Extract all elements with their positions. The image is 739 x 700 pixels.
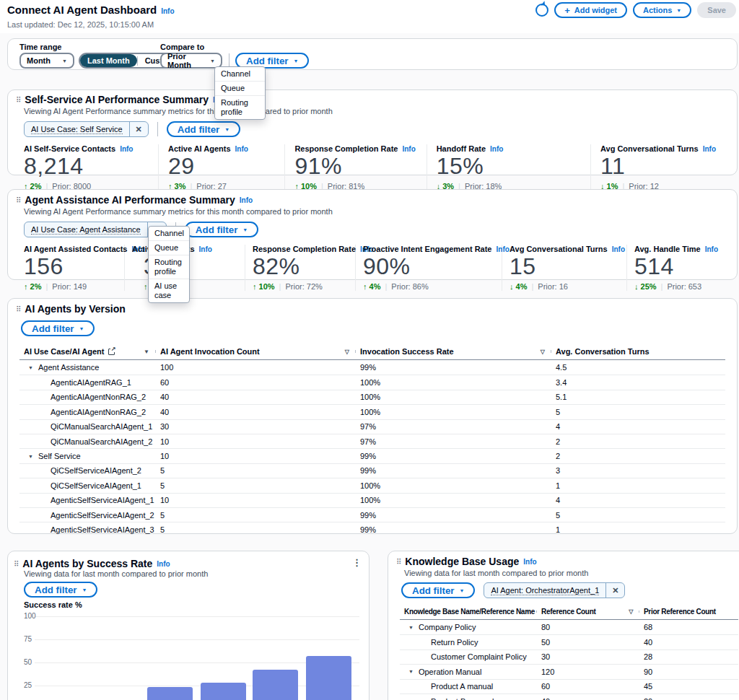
divider: | xyxy=(531,282,533,291)
menu-item-queue[interactable]: Queue xyxy=(149,240,189,255)
page-header: Connect AI Agent DashboardInfo Last upda… xyxy=(0,0,739,33)
actions-button[interactable]: Actions▼ xyxy=(633,2,691,18)
column-header-label: Knowledge Base Name/Reference Name xyxy=(404,608,535,616)
table-row: AgenticAIAgentRAG_160100%3.4 xyxy=(19,375,725,389)
metric-info-link[interactable]: Info xyxy=(490,145,503,153)
table-header-row: AI Use Case/AI Agent▼AI Agent Invocation… xyxy=(19,344,725,360)
section-info-link[interactable]: Info xyxy=(157,560,170,568)
filter-icon[interactable]: ▼ xyxy=(144,349,149,355)
row-name-text: AgenticSelfServiceAIAgent_1 xyxy=(51,496,154,504)
metric-info-link[interactable]: Info xyxy=(402,145,415,153)
metric-value: 29 xyxy=(168,154,284,178)
remove-filter-icon[interactable]: ✕ xyxy=(605,583,624,598)
column-header-3[interactable]: Prior Reference Count xyxy=(639,608,738,616)
y-axis-tick-label: 100 xyxy=(24,612,43,620)
filter-icon[interactable]: ▽ xyxy=(345,349,349,355)
metric-info-link[interactable]: Info xyxy=(497,245,510,253)
add-widget-button[interactable]: +Add widget xyxy=(554,2,627,18)
metric-value: 15 xyxy=(510,254,626,279)
prior-value: Prior: 653 xyxy=(667,282,701,291)
row-name: Product A manual xyxy=(404,682,537,691)
table-row: ▼Self Service1099%2 xyxy=(19,448,725,463)
column-header-4[interactable]: Avg. Conversation Turns xyxy=(551,347,725,356)
metric-card: Avg Conversational TurnsInfo11↓ 1%|Prior… xyxy=(600,144,716,191)
remove-filter-icon[interactable]: ✕ xyxy=(129,122,148,136)
metric-info-link[interactable]: Info xyxy=(703,145,716,153)
metric-info-link[interactable]: Info xyxy=(199,245,212,253)
agents-by-version-table: AI Use Case/AI Agent▼AI Agent Invocation… xyxy=(19,344,725,537)
collapse-caret-icon[interactable]: ▼ xyxy=(28,454,33,459)
menu-item-ai-use-case[interactable]: AI use case xyxy=(149,279,189,302)
metric-info-link[interactable]: Info xyxy=(612,245,625,253)
collapse-caret-icon[interactable]: ▼ xyxy=(408,669,414,674)
menu-item-routing-profile[interactable]: Routing profile xyxy=(215,95,265,119)
metric-info-link[interactable]: Info xyxy=(235,145,248,153)
column-header-label: Invocation Success Rate xyxy=(360,347,454,356)
metric-card: Avg. Handle TimeInfo514↓ 25%|Prior: 653 xyxy=(634,245,718,291)
column-header-2[interactable]: Reference Count▽ xyxy=(537,608,639,616)
row-value-cell: 5 xyxy=(156,525,356,534)
add-filter-menu: ChannelQueueRouting profile xyxy=(214,66,266,120)
metric-card: Avg Conversational TurnsInfo15↓ 4%|Prior… xyxy=(510,245,627,291)
title-info-link[interactable]: Info xyxy=(161,7,174,15)
row-value-cell: 5 xyxy=(156,511,356,520)
prior-value: Prior: 16 xyxy=(538,282,568,291)
table-row: ▼Company Policy8068 xyxy=(400,620,738,634)
refresh-icon[interactable] xyxy=(535,4,548,17)
section-title: Agent Assistance AI Performance Summary xyxy=(25,194,235,206)
menu-item-routing-profile[interactable]: Routing profile xyxy=(149,255,189,279)
add-filter-button[interactable]: Add filter▼ xyxy=(167,121,240,137)
section-info-link[interactable]: Info xyxy=(240,196,253,204)
add-filter-button[interactable]: Add filter▼ xyxy=(401,582,475,598)
column-header-1[interactable]: Knowledge Base Name/Reference Name▼ xyxy=(400,608,537,616)
filter-icon[interactable]: ▽ xyxy=(629,608,633,615)
menu-item-queue[interactable]: Queue xyxy=(215,81,265,95)
column-header-1[interactable]: AI Use Case/AI Agent▼ xyxy=(19,347,156,356)
column-header-2[interactable]: AI Agent Invocation Count▽ xyxy=(156,347,356,356)
section-info-link[interactable]: Info xyxy=(523,558,536,566)
save-button[interactable]: Save xyxy=(697,2,736,18)
add-filter-button[interactable]: Add filter▼ xyxy=(185,222,258,237)
divider: | xyxy=(279,282,281,291)
menu-item-channel[interactable]: Channel xyxy=(149,227,189,240)
segment-last-month[interactable]: Last Month xyxy=(80,54,137,67)
metric-label-text: Response Completion Rate xyxy=(253,245,356,253)
collapse-caret-icon[interactable]: ▼ xyxy=(408,625,414,630)
filter-icon[interactable]: ▼ xyxy=(525,608,530,615)
kebab-menu-icon[interactable]: ⋮ xyxy=(352,557,362,568)
time-range-label: Time range xyxy=(19,43,62,51)
add-filter-button[interactable]: Add filter▼ xyxy=(24,582,97,598)
menu-item-channel[interactable]: Channel xyxy=(215,67,265,81)
column-header-3[interactable]: Invocation Success Rate▽ xyxy=(356,347,551,356)
metric-info-link[interactable]: Info xyxy=(705,245,718,253)
row-name-cell: QiCSelfServiceAIAgent_2 xyxy=(19,466,156,475)
drag-handle-icon[interactable]: ⠿ xyxy=(16,96,21,104)
filter-token: AI Use Case: Self Service ✕ xyxy=(24,121,149,137)
external-link-icon[interactable] xyxy=(108,349,115,355)
metric-info-link[interactable]: Info xyxy=(120,145,133,153)
metric-value: 156 xyxy=(24,254,124,279)
divider: | xyxy=(45,282,48,291)
drag-handle-icon[interactable]: ⠿ xyxy=(16,305,21,313)
drag-handle-icon[interactable]: ⠿ xyxy=(396,558,401,566)
filter-token-label: AI Use Case: Agent Assistance xyxy=(31,225,141,235)
metric-label-text: Handoff Rate xyxy=(437,144,486,153)
row-value-cell: 40 xyxy=(156,408,356,416)
row-value-cell: 40 xyxy=(639,638,738,647)
trend-up-arrow-icon: ↑ 10% xyxy=(253,282,275,291)
metric-card: Proactive Intent Engagement RateInfo90%↑… xyxy=(363,245,502,291)
filter-icon[interactable]: ▽ xyxy=(541,349,545,355)
time-range-select[interactable]: Month▼ xyxy=(19,53,74,69)
compare-to-select[interactable]: Prior Month▼ xyxy=(160,53,222,69)
table-row: Product A manual6045 xyxy=(400,679,738,694)
drag-handle-icon[interactable]: ⠿ xyxy=(16,196,21,204)
knowledge-base-usage-card: ⠿ Knowledge Base Usage Info Viewing data… xyxy=(388,551,739,700)
metric-label: Response Completion RateInfo xyxy=(294,144,426,153)
row-value-cell: 40 xyxy=(537,697,639,700)
row-name-cell: AgenticAIAgentRAG_1 xyxy=(19,378,156,387)
drag-handle-icon[interactable]: ⠿ xyxy=(14,560,19,568)
add-filter-button[interactable]: Add filter▼ xyxy=(21,320,95,336)
filter-token-label: AI Agent: OrchestratorAgent_1 xyxy=(491,586,599,595)
collapse-caret-icon[interactable]: ▼ xyxy=(28,365,33,370)
global-filter-bar: Time range Compare to Month▼ Last MonthC… xyxy=(7,38,738,70)
